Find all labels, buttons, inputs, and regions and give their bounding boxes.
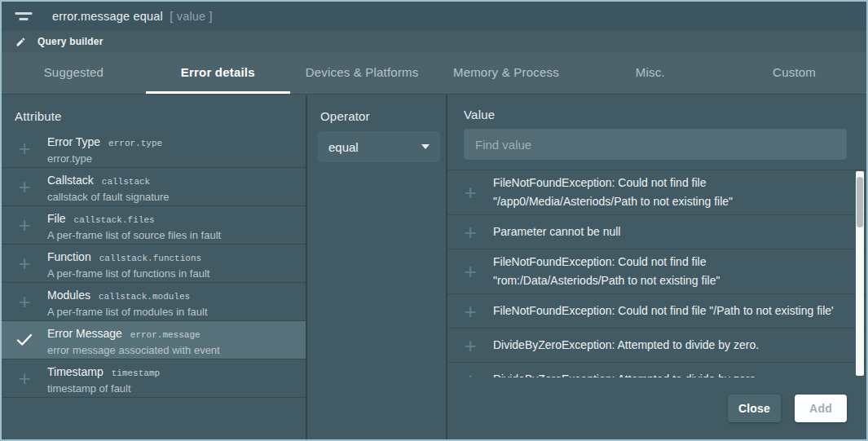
tab-devices-platforms[interactable]: Devices & Platforms	[290, 52, 434, 94]
attribute-description: A per-frame list of source files in faul…	[47, 229, 306, 241]
edit-pencil-icon	[15, 37, 26, 47]
attribute-item-callstack.modules[interactable]: +Modulescallstack.modulesA per-frame lis…	[2, 283, 306, 321]
plus-icon[interactable]: +	[447, 222, 493, 243]
filter-summary-value-placeholder: [ value ]	[170, 10, 213, 23]
value-list-item[interactable]: +DivideByZeroException: Attempted to div…	[447, 362, 866, 377]
add-button[interactable]: Add	[795, 395, 847, 422]
plus-icon[interactable]: +	[2, 130, 47, 167]
attribute-title: Modules	[47, 289, 90, 302]
query-builder-title: Query builder	[37, 36, 104, 47]
value-panel-header: Value	[447, 95, 866, 121]
attribute-panel-header: Attribute	[2, 95, 306, 130]
plus-icon[interactable]: +	[2, 283, 47, 320]
value-item-text: FileNotFoundException: Could not find fi…	[493, 253, 720, 290]
plus-icon[interactable]: +	[2, 245, 47, 282]
attribute-list: +Error Typeerror.typeerror.type+Callstac…	[2, 130, 306, 398]
operator-panel-header: Operator	[318, 109, 446, 123]
operator-selected-value: equal	[328, 140, 359, 154]
value-list-item[interactable]: +Parameter cannot be null	[447, 214, 866, 249]
attribute-panel: Attribute +Error Typeerror.typeerror.typ…	[2, 95, 307, 439]
tab-bar: SuggestedError detailsDevices & Platform…	[2, 52, 866, 95]
value-item-text: DivideByZeroException: Attempted to divi…	[493, 336, 759, 355]
plus-icon[interactable]: +	[2, 206, 47, 244]
attribute-title: Function	[47, 250, 91, 263]
scrollbar-thumb[interactable]	[857, 177, 863, 227]
attribute-title: Callstack	[47, 174, 94, 187]
value-search-input[interactable]	[464, 129, 847, 160]
attribute-item-callstack.files[interactable]: +Filecallstack.filesA per-frame list of …	[2, 206, 306, 245]
plus-icon[interactable]: +	[447, 261, 493, 282]
filter-summary-text: error.message equal [ value ]	[52, 10, 213, 23]
attribute-description: A per-frame list of functions in fault	[47, 267, 306, 280]
tab-misc[interactable]: Misc.	[578, 52, 722, 94]
attribute-key: error.type	[108, 139, 162, 148]
filter-icon	[15, 11, 33, 22]
attribute-item-callstack.functions[interactable]: +Functioncallstack.functionsA per-frame …	[2, 245, 306, 283]
value-item-text: DivideByZeroException: Attempted to divi…	[493, 370, 759, 377]
plus-icon[interactable]: +	[2, 168, 47, 205]
plus-icon[interactable]: +	[447, 182, 493, 203]
plus-icon[interactable]: +	[447, 335, 493, 356]
tab-error-details[interactable]: Error details	[146, 52, 290, 94]
attribute-title: File	[47, 212, 66, 225]
attribute-key: callstack	[102, 177, 150, 187]
query-builder-dialog: error.message equal [ value ] Query buil…	[0, 0, 868, 441]
attribute-title: Timestamp	[47, 365, 104, 378]
tab-custom[interactable]: Custom	[722, 52, 866, 94]
filter-summary-query: error.message equal	[52, 10, 163, 23]
query-builder-body: Attribute +Error Typeerror.typeerror.typ…	[2, 95, 866, 439]
tab-memory-process[interactable]: Memory & Process	[434, 52, 578, 94]
attribute-description: A per-frame list of modules in fault	[47, 306, 306, 318]
value-item-text: FileNotFoundException: Could not find fi…	[493, 302, 834, 320]
operator-panel: Operator equal	[307, 95, 447, 439]
attribute-key: callstack.files	[74, 215, 155, 225]
attribute-description: error message associated with event	[47, 344, 306, 356]
value-list: +FileNotFoundException: Could not find f…	[447, 170, 866, 377]
plus-icon[interactable]: +	[447, 369, 493, 378]
attribute-description: error.type	[47, 152, 306, 165]
value-list-item[interactable]: +FileNotFoundException: Could not find f…	[447, 249, 866, 293]
query-builder-header: Query builder	[2, 31, 866, 52]
attribute-item-timestamp[interactable]: +Timestamptimestamptimestamp of fault	[2, 359, 306, 398]
check-icon	[2, 321, 47, 359]
value-list-rows: +FileNotFoundException: Could not find f…	[447, 170, 866, 377]
attribute-item-callstack[interactable]: +Callstackcallstackcallstack of fault si…	[2, 168, 306, 206]
attribute-item-error.message[interactable]: Error Messageerror.messageerror message …	[2, 321, 306, 359]
attribute-description: timestamp of fault	[47, 382, 306, 395]
attribute-title: Error Message	[47, 327, 122, 340]
filter-summary-bar: error.message equal [ value ]	[2, 2, 866, 31]
scrollbar-track[interactable]	[856, 171, 864, 376]
dialog-footer: Close Add	[447, 377, 866, 439]
plus-icon[interactable]: +	[2, 359, 47, 397]
value-item-text: Parameter cannot be null	[493, 223, 620, 241]
attribute-key: error.message	[130, 330, 200, 340]
value-list-item[interactable]: +FileNotFoundException: Could not find f…	[447, 293, 866, 328]
close-button[interactable]: Close	[728, 395, 781, 422]
operator-select[interactable]: equal	[318, 131, 440, 162]
value-list-item[interactable]: +DivideByZeroException: Attempted to div…	[447, 328, 866, 362]
value-list-item[interactable]: +FileNotFoundException: Could not find f…	[447, 170, 866, 214]
tab-suggested[interactable]: Suggested	[2, 52, 146, 94]
chevron-down-icon	[421, 144, 430, 149]
value-panel: Value +FileNotFoundException: Could not …	[447, 95, 866, 439]
attribute-key: callstack.modules	[99, 292, 190, 302]
attribute-title: Error Type	[47, 135, 100, 148]
attribute-item-error.type[interactable]: +Error Typeerror.typeerror.type	[2, 130, 306, 168]
attribute-description: callstack of fault signature	[47, 191, 306, 203]
plus-icon[interactable]: +	[447, 301, 493, 322]
attribute-key: timestamp	[112, 368, 160, 378]
value-item-text: FileNotFoundException: Could not find fi…	[493, 174, 733, 211]
attribute-key: callstack.functions	[99, 254, 201, 263]
